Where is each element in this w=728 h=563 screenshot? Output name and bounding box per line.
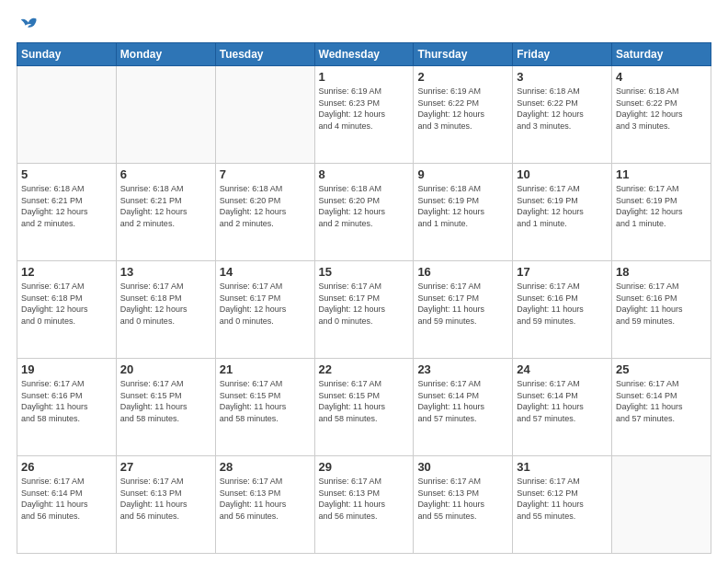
- calendar-week-2: 5Sunrise: 6:18 AM Sunset: 6:21 PM Daylig…: [17, 164, 711, 261]
- day-number: 13: [120, 265, 211, 279]
- weekday-wednesday: Wednesday: [314, 43, 414, 66]
- day-number: 5: [21, 167, 112, 181]
- day-info: Sunrise: 6:17 AM Sunset: 6:14 PM Dayligh…: [417, 378, 508, 424]
- calendar-cell: 16Sunrise: 6:17 AM Sunset: 6:17 PM Dayli…: [414, 261, 513, 359]
- calendar-cell: 18Sunrise: 6:17 AM Sunset: 6:16 PM Dayli…: [612, 261, 711, 359]
- day-number: 6: [120, 167, 211, 181]
- day-info: Sunrise: 6:17 AM Sunset: 6:12 PM Dayligh…: [517, 476, 608, 522]
- weekday-sunday: Sunday: [17, 43, 117, 66]
- calendar-cell: 23Sunrise: 6:17 AM Sunset: 6:14 PM Dayli…: [414, 359, 513, 456]
- day-info: Sunrise: 6:17 AM Sunset: 6:18 PM Dayligh…: [21, 281, 112, 327]
- calendar-cell: 8Sunrise: 6:18 AM Sunset: 6:20 PM Daylig…: [314, 164, 414, 261]
- day-number: 25: [616, 362, 707, 376]
- calendar-cell: 2Sunrise: 6:19 AM Sunset: 6:22 PM Daylig…: [414, 66, 513, 164]
- day-number: 19: [21, 362, 112, 376]
- day-number: 15: [319, 265, 410, 279]
- day-info: Sunrise: 6:18 AM Sunset: 6:20 PM Dayligh…: [319, 183, 410, 229]
- day-number: 14: [220, 265, 311, 279]
- calendar-cell: 5Sunrise: 6:18 AM Sunset: 6:21 PM Daylig…: [17, 164, 117, 261]
- day-info: Sunrise: 6:18 AM Sunset: 6:21 PM Dayligh…: [21, 183, 112, 229]
- calendar-cell: 14Sunrise: 6:17 AM Sunset: 6:17 PM Dayli…: [215, 261, 314, 359]
- day-number: 30: [417, 460, 508, 474]
- calendar-cell: 7Sunrise: 6:18 AM Sunset: 6:20 PM Daylig…: [215, 164, 314, 261]
- calendar-cell: 28Sunrise: 6:17 AM Sunset: 6:13 PM Dayli…: [215, 456, 314, 554]
- day-info: Sunrise: 6:17 AM Sunset: 6:15 PM Dayligh…: [220, 378, 311, 424]
- day-number: 17: [517, 265, 608, 279]
- calendar-cell: 13Sunrise: 6:17 AM Sunset: 6:18 PM Dayli…: [116, 261, 215, 359]
- calendar-cell: [116, 66, 215, 164]
- calendar-cell: 19Sunrise: 6:17 AM Sunset: 6:16 PM Dayli…: [17, 359, 117, 456]
- day-info: Sunrise: 6:17 AM Sunset: 6:13 PM Dayligh…: [417, 476, 508, 522]
- calendar-cell: 31Sunrise: 6:17 AM Sunset: 6:12 PM Dayli…: [513, 456, 612, 554]
- day-info: Sunrise: 6:17 AM Sunset: 6:13 PM Dayligh…: [220, 476, 311, 522]
- day-number: 7: [220, 167, 311, 181]
- day-number: 24: [517, 362, 608, 376]
- calendar-cell: 3Sunrise: 6:18 AM Sunset: 6:22 PM Daylig…: [513, 66, 612, 164]
- weekday-friday: Friday: [513, 43, 612, 66]
- day-info: Sunrise: 6:17 AM Sunset: 6:13 PM Dayligh…: [319, 476, 410, 522]
- day-info: Sunrise: 6:18 AM Sunset: 6:20 PM Dayligh…: [220, 183, 311, 229]
- calendar-week-3: 12Sunrise: 6:17 AM Sunset: 6:18 PM Dayli…: [17, 261, 711, 359]
- day-number: 3: [517, 70, 608, 84]
- calendar-cell: 4Sunrise: 6:18 AM Sunset: 6:22 PM Daylig…: [612, 66, 711, 164]
- day-info: Sunrise: 6:17 AM Sunset: 6:16 PM Dayligh…: [517, 281, 608, 327]
- logo-text: [17, 17, 38, 33]
- calendar-cell: [215, 66, 314, 164]
- day-number: 28: [220, 460, 311, 474]
- calendar-cell: 27Sunrise: 6:17 AM Sunset: 6:13 PM Dayli…: [116, 456, 215, 554]
- day-number: 8: [319, 167, 410, 181]
- day-number: 16: [417, 265, 508, 279]
- day-info: Sunrise: 6:19 AM Sunset: 6:22 PM Dayligh…: [417, 86, 508, 132]
- day-number: 20: [120, 362, 211, 376]
- calendar-cell: 24Sunrise: 6:17 AM Sunset: 6:14 PM Dayli…: [513, 359, 612, 456]
- calendar-week-1: 1Sunrise: 6:19 AM Sunset: 6:23 PM Daylig…: [17, 66, 711, 164]
- calendar-cell: [17, 66, 117, 164]
- calendar-cell: 17Sunrise: 6:17 AM Sunset: 6:16 PM Dayli…: [513, 261, 612, 359]
- day-number: 23: [417, 362, 508, 376]
- day-info: Sunrise: 6:17 AM Sunset: 6:19 PM Dayligh…: [517, 183, 608, 229]
- header: [17, 17, 711, 33]
- logo: [17, 17, 38, 33]
- day-info: Sunrise: 6:18 AM Sunset: 6:21 PM Dayligh…: [120, 183, 211, 229]
- day-info: Sunrise: 6:18 AM Sunset: 6:19 PM Dayligh…: [417, 183, 508, 229]
- day-info: Sunrise: 6:17 AM Sunset: 6:17 PM Dayligh…: [319, 281, 410, 327]
- day-number: 11: [616, 167, 707, 181]
- day-info: Sunrise: 6:18 AM Sunset: 6:22 PM Dayligh…: [517, 86, 608, 132]
- calendar-table: SundayMondayTuesdayWednesdayThursdayFrid…: [17, 42, 711, 554]
- day-info: Sunrise: 6:17 AM Sunset: 6:14 PM Dayligh…: [517, 378, 608, 424]
- day-info: Sunrise: 6:17 AM Sunset: 6:13 PM Dayligh…: [120, 476, 211, 522]
- day-number: 26: [21, 460, 112, 474]
- day-info: Sunrise: 6:19 AM Sunset: 6:23 PM Dayligh…: [319, 86, 410, 132]
- day-info: Sunrise: 6:17 AM Sunset: 6:16 PM Dayligh…: [616, 281, 707, 327]
- calendar-cell: 9Sunrise: 6:18 AM Sunset: 6:19 PM Daylig…: [414, 164, 513, 261]
- weekday-saturday: Saturday: [612, 43, 711, 66]
- day-info: Sunrise: 6:17 AM Sunset: 6:18 PM Dayligh…: [120, 281, 211, 327]
- calendar-cell: 11Sunrise: 6:17 AM Sunset: 6:19 PM Dayli…: [612, 164, 711, 261]
- calendar-cell: 25Sunrise: 6:17 AM Sunset: 6:14 PM Dayli…: [612, 359, 711, 456]
- day-info: Sunrise: 6:17 AM Sunset: 6:19 PM Dayligh…: [616, 183, 707, 229]
- day-info: Sunrise: 6:17 AM Sunset: 6:15 PM Dayligh…: [120, 378, 211, 424]
- weekday-header-row: SundayMondayTuesdayWednesdayThursdayFrid…: [17, 43, 711, 66]
- calendar-cell: 12Sunrise: 6:17 AM Sunset: 6:18 PM Dayli…: [17, 261, 117, 359]
- calendar-cell: 29Sunrise: 6:17 AM Sunset: 6:13 PM Dayli…: [314, 456, 414, 554]
- calendar-cell: 15Sunrise: 6:17 AM Sunset: 6:17 PM Dayli…: [314, 261, 414, 359]
- calendar-cell: 26Sunrise: 6:17 AM Sunset: 6:14 PM Dayli…: [17, 456, 117, 554]
- calendar-cell: 22Sunrise: 6:17 AM Sunset: 6:15 PM Dayli…: [314, 359, 414, 456]
- day-number: 1: [319, 70, 410, 84]
- day-number: 27: [120, 460, 211, 474]
- day-info: Sunrise: 6:17 AM Sunset: 6:17 PM Dayligh…: [220, 281, 311, 327]
- day-number: 21: [220, 362, 311, 376]
- day-number: 12: [21, 265, 112, 279]
- day-info: Sunrise: 6:18 AM Sunset: 6:22 PM Dayligh…: [616, 86, 707, 132]
- weekday-monday: Monday: [116, 43, 215, 66]
- day-info: Sunrise: 6:17 AM Sunset: 6:14 PM Dayligh…: [21, 476, 112, 522]
- day-info: Sunrise: 6:17 AM Sunset: 6:15 PM Dayligh…: [319, 378, 410, 424]
- day-info: Sunrise: 6:17 AM Sunset: 6:14 PM Dayligh…: [616, 378, 707, 424]
- logo-bird-icon: [19, 17, 38, 33]
- calendar-cell: 10Sunrise: 6:17 AM Sunset: 6:19 PM Dayli…: [513, 164, 612, 261]
- day-info: Sunrise: 6:17 AM Sunset: 6:17 PM Dayligh…: [417, 281, 508, 327]
- day-number: 9: [417, 167, 508, 181]
- calendar-cell: 1Sunrise: 6:19 AM Sunset: 6:23 PM Daylig…: [314, 66, 414, 164]
- calendar-cell: 20Sunrise: 6:17 AM Sunset: 6:15 PM Dayli…: [116, 359, 215, 456]
- day-number: 31: [517, 460, 608, 474]
